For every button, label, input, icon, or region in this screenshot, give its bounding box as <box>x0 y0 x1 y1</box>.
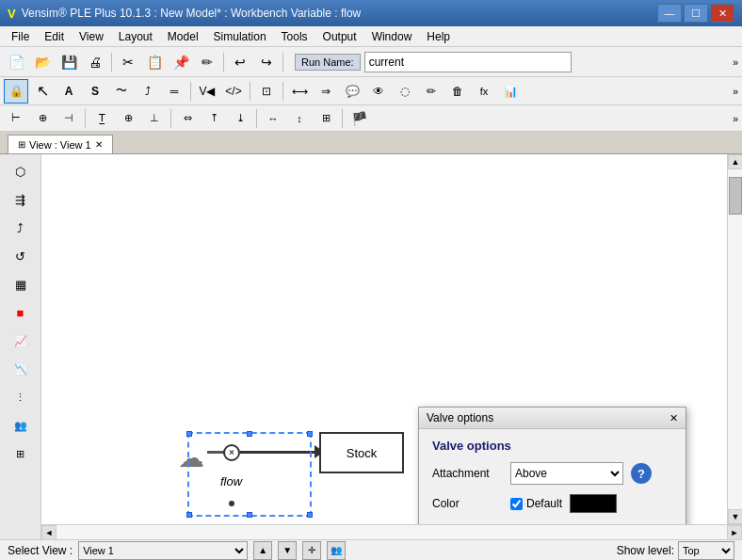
toolbar2-expand[interactable]: » <box>733 86 738 97</box>
menu-view[interactable]: View <box>72 28 111 45</box>
menu-help[interactable]: Help <box>419 28 458 45</box>
handle-tl[interactable] <box>186 431 192 437</box>
maximize-button[interactable]: ☐ <box>684 4 708 23</box>
nav-people-button[interactable]: 👥 <box>327 541 346 560</box>
scroll-right-button[interactable]: ► <box>727 525 742 540</box>
separator-10 <box>342 109 343 128</box>
left-btn-graph[interactable]: 📉 <box>8 356 34 382</box>
handle-bm[interactable] <box>247 512 252 518</box>
scroll-track[interactable] <box>728 169 742 509</box>
graph-tool[interactable]: 📊 <box>498 79 523 104</box>
scroll-up-button[interactable]: ▲ <box>728 154 742 169</box>
open-button[interactable]: 📂 <box>30 51 55 73</box>
scroll-down-button[interactable]: ▼ <box>728 509 742 524</box>
menu-tools[interactable]: Tools <box>274 28 315 45</box>
tab-close-icon[interactable]: ✕ <box>95 139 103 150</box>
menu-layout[interactable]: Layout <box>111 28 160 45</box>
menu-model[interactable]: Model <box>160 28 206 45</box>
run-name-input[interactable] <box>364 52 572 72</box>
pipe-tool[interactable]: ⇒ <box>314 79 338 104</box>
attachment-select[interactable]: Above Below Left Right <box>510 462 623 485</box>
line-tool[interactable]: ═ <box>162 79 186 104</box>
shape-tool[interactable]: S <box>83 79 107 104</box>
ghost-tool[interactable]: ◌ <box>393 79 417 104</box>
left-btn-node[interactable]: ⬡ <box>8 158 34 184</box>
handle-tm[interactable] <box>247 431 252 437</box>
arrow-tool[interactable]: ⤴ <box>136 79 160 104</box>
variable-tool[interactable]: V◀ <box>195 79 219 104</box>
handle-bl[interactable] <box>186 512 192 518</box>
hscroll-track[interactable] <box>56 525 727 540</box>
tab-view1[interactable]: ⊞ View : View 1 ✕ <box>8 135 113 153</box>
align-right-edge[interactable]: ⊣ <box>56 107 81 130</box>
menu-file[interactable]: File <box>4 28 37 45</box>
left-btn-scatter[interactable]: ⋮ <box>8 384 34 410</box>
align-top-text[interactable]: T̲ <box>89 107 114 130</box>
view-select[interactable]: View 1 <box>78 541 248 560</box>
print-button[interactable]: 🖨 <box>83 51 107 73</box>
menu-window[interactable]: Window <box>364 28 420 45</box>
color-swatch[interactable] <box>570 494 617 513</box>
vertical-scrollbar[interactable]: ▲ ▼ <box>727 154 742 524</box>
menu-edit[interactable]: Edit <box>37 28 72 45</box>
close-button[interactable]: ✕ <box>710 4 734 23</box>
show-level-select[interactable]: Top <box>678 541 734 560</box>
left-btn-cycle[interactable]: ↺ <box>8 243 34 269</box>
redo-button[interactable]: ↪ <box>254 51 279 73</box>
new-button[interactable]: 📄 <box>4 51 28 73</box>
delete-tool[interactable]: 🗑 <box>445 79 470 104</box>
select-tool[interactable]: ↖ <box>30 79 55 104</box>
flag-icon[interactable]: 🏴 <box>347 107 371 130</box>
left-btn-link[interactable]: ⤴ <box>8 215 34 241</box>
toolbar-expand[interactable]: » <box>733 56 738 68</box>
default-checkbox[interactable] <box>510 498 523 510</box>
undo-button[interactable]: ↩ <box>228 51 252 73</box>
text-tool[interactable]: A <box>56 79 81 104</box>
cut-button[interactable]: ✂ <box>116 51 140 73</box>
curve-tool[interactable]: 〜 <box>109 79 134 104</box>
left-btn-share[interactable]: ⇶ <box>8 186 34 213</box>
save-button[interactable]: 💾 <box>56 51 81 73</box>
handle-tr[interactable] <box>307 431 313 437</box>
align-left-edge[interactable]: ⊢ <box>4 107 28 130</box>
space-v[interactable]: ↕ <box>287 107 312 130</box>
menu-simulation[interactable]: Simulation <box>206 28 274 45</box>
left-btn-switch[interactable]: ⊞ <box>8 440 34 467</box>
pencil-tool[interactable]: ✏ <box>419 79 444 104</box>
dialog-close-icon[interactable]: ✕ <box>669 412 678 424</box>
distribute-h[interactable]: ⇔ <box>175 107 200 130</box>
equation-tool[interactable]: fx <box>472 79 496 104</box>
left-btn-red[interactable]: ■ <box>8 299 34 326</box>
align-top[interactable]: ⤒ <box>202 107 226 130</box>
handle-br[interactable] <box>307 512 313 518</box>
canvas-area[interactable]: ☁ Stock <box>41 154 727 524</box>
nav-down-button[interactable]: ▼ <box>278 541 297 560</box>
align-bottom-text[interactable]: ⊥ <box>142 107 167 130</box>
toolbar3-expand[interactable]: » <box>733 113 738 124</box>
menu-output[interactable]: Output <box>315 28 364 45</box>
minimize-button[interactable]: — <box>657 4 682 23</box>
left-btn-people[interactable]: 👥 <box>8 412 34 439</box>
paste-button[interactable]: 📌 <box>169 51 193 73</box>
left-btn-table[interactable]: ▦ <box>8 271 34 297</box>
nav-add-button[interactable]: ✛ <box>302 541 321 560</box>
lock-tool[interactable]: 🔒 <box>4 79 28 104</box>
scroll-thumb[interactable] <box>729 177 742 215</box>
connector-tool[interactable]: ⟷ <box>287 79 312 104</box>
left-btn-strip[interactable]: 📈 <box>8 328 34 354</box>
fit-tool[interactable]: ⊡ <box>254 79 279 104</box>
nav-up-button[interactable]: ▲ <box>253 541 272 560</box>
align-bottom[interactable]: ⤓ <box>228 107 252 130</box>
scroll-left-button[interactable]: ◄ <box>41 525 56 540</box>
size-equal[interactable]: ⊞ <box>314 107 338 130</box>
comment-tool[interactable]: 💬 <box>340 79 364 104</box>
bracket-tool[interactable]: </> <box>221 79 246 104</box>
copy-button[interactable]: 📋 <box>142 51 167 73</box>
align-center-v[interactable]: ⊕ <box>30 107 55 130</box>
eye-tool[interactable]: 👁 <box>366 79 391 104</box>
align-center-h[interactable]: ⊕ <box>116 107 140 130</box>
horizontal-scrollbar[interactable]: ◄ ► <box>41 524 742 539</box>
help-button[interactable]: ? <box>631 463 652 484</box>
space-h[interactable]: ↔ <box>261 107 285 130</box>
sketch-button[interactable]: ✏ <box>195 51 219 73</box>
